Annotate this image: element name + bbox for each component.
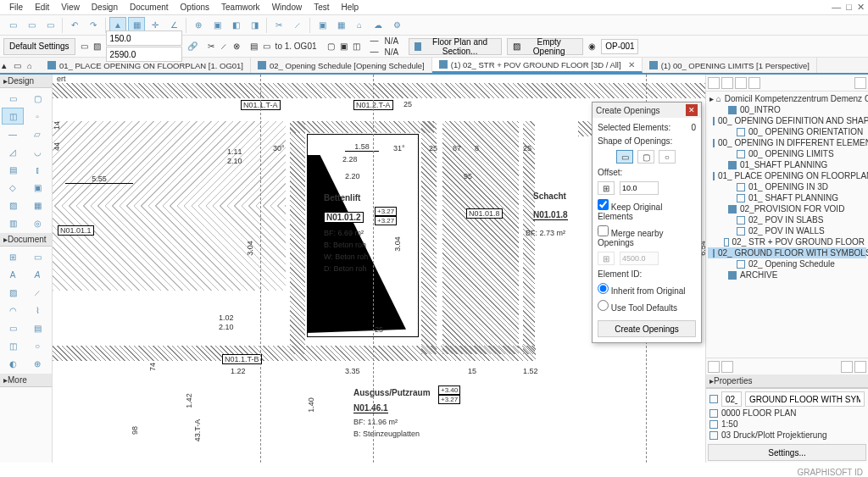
level-tool-icon[interactable]: A xyxy=(26,266,48,283)
stair-tool-icon[interactable]: ▤ xyxy=(2,161,24,178)
tree-node[interactable]: 02_PROVISION FOR VOID xyxy=(708,203,866,214)
tree-clone-icon[interactable] xyxy=(721,361,733,373)
menu-test[interactable]: Test xyxy=(308,3,335,12)
menu-design[interactable]: Design xyxy=(86,3,124,12)
tab-close-icon[interactable]: ✕ xyxy=(628,60,635,69)
shape-rect-icon[interactable]: ▭ xyxy=(616,150,633,164)
object-tool-icon[interactable]: ▣ xyxy=(26,179,48,196)
revolve-icon[interactable]: ⊗ xyxy=(233,42,240,51)
nav-options-icon[interactable] xyxy=(854,77,866,89)
maximize-icon[interactable]: □ xyxy=(846,2,852,13)
display-dropdown[interactable]: Floor Plan and Section... xyxy=(409,38,502,55)
prop-name-input[interactable] xyxy=(745,391,865,407)
keep-checkbox[interactable]: Keep Original Elements xyxy=(598,202,662,221)
defaults-radio[interactable]: Use Tool Defaults xyxy=(598,303,677,313)
window-controls[interactable]: — □ ✕ xyxy=(832,2,865,13)
fill-tool-icon[interactable]: ▨ xyxy=(2,284,24,301)
shell-tool-icon[interactable]: ◡ xyxy=(26,143,48,160)
merge-icon[interactable]: ▣ xyxy=(340,42,348,51)
morph-tool-icon[interactable]: ◇ xyxy=(2,179,24,196)
tree-new-icon[interactable] xyxy=(708,361,720,373)
merge-checkbox[interactable]: Merge nearby Openings xyxy=(598,229,663,247)
default-settings-button[interactable]: Default Settings xyxy=(3,38,75,55)
tree-node[interactable]: 02_ STR + POV GROUND FLOOR xyxy=(708,236,866,247)
nav-view-icon[interactable] xyxy=(721,77,733,89)
drawing-tool-icon[interactable]: ▤ xyxy=(26,319,48,336)
new-icon[interactable]: ▭ xyxy=(4,17,21,34)
nav-layout-icon[interactable] xyxy=(735,77,747,89)
tree-node[interactable]: 00_ OPENING LIMITS xyxy=(708,148,866,159)
tree-node[interactable]: 00_ OPENING DEFINITION AND SHAPE xyxy=(708,115,866,126)
opening-tool-icon[interactable]: ◎ xyxy=(26,214,48,231)
menu-help[interactable]: Help xyxy=(336,3,365,12)
tree-node[interactable]: 02_ Opening Schedule xyxy=(708,258,866,269)
story-icon[interactable]: ▭ xyxy=(263,42,270,51)
tree-folder-icon[interactable] xyxy=(841,361,853,373)
window-tool-icon[interactable]: ◫ xyxy=(2,108,24,125)
mesh-tool-icon[interactable]: ▦ xyxy=(26,197,48,214)
tree-node[interactable]: 01_ OPENING IN 3D xyxy=(708,181,866,192)
curtain-tool-icon[interactable]: ▥ xyxy=(2,214,24,231)
inherit-radio[interactable]: Inherit from Original xyxy=(598,286,686,296)
dialog-titlebar[interactable]: Create Openings ✕ xyxy=(593,103,701,118)
section-tool-icon[interactable]: ◫ xyxy=(2,337,24,354)
menu-teamwork[interactable]: Teamwork xyxy=(215,3,266,12)
width-input[interactable] xyxy=(106,31,182,46)
cut-icon[interactable]: ✂ xyxy=(208,42,214,51)
save-icon[interactable]: ▭ xyxy=(42,17,58,34)
menu-view[interactable]: View xyxy=(55,3,86,12)
zone-tool-icon[interactable]: ▨ xyxy=(2,197,24,214)
open-icon[interactable]: ▭ xyxy=(23,17,40,34)
anchor-icon[interactable]: ▤ xyxy=(250,42,258,51)
railing-tool-icon[interactable]: ⫿ xyxy=(26,161,48,178)
nav-publish-icon[interactable] xyxy=(748,77,760,89)
detail-tool-icon[interactable]: ○ xyxy=(26,337,48,354)
slab-tool-icon[interactable]: ▱ xyxy=(26,125,48,142)
tree-node[interactable]: 01_ SHAFT PLANNING xyxy=(708,192,866,203)
split-icon[interactable]: ◫ xyxy=(353,42,360,51)
arrow-tool-icon[interactable]: ▲ xyxy=(0,61,14,70)
material-icon[interactable]: ◉ xyxy=(588,42,596,51)
tree-node[interactable]: 00_ OPENING ORIENTATION xyxy=(708,126,866,137)
tab-schedule[interactable]: 02_ Opening Schedule [Opening Schedule] xyxy=(251,58,432,73)
tree-root[interactable]: ▸ ⌂Domicil Kompetenzzentrum Demenz Oberr… xyxy=(708,93,866,104)
tree-node[interactable]: 00_INTRO xyxy=(708,104,866,115)
nav-project-icon[interactable] xyxy=(708,77,720,89)
tree-node[interactable]: 01_ PLACE OPENING ON FLOORPLAN xyxy=(708,170,866,181)
menu-window[interactable]: Window xyxy=(266,3,309,12)
more-panel-header[interactable]: ▸ More xyxy=(0,374,52,387)
link-icon[interactable]: 🔗 xyxy=(187,42,198,51)
shape-rounded-icon[interactable]: ▢ xyxy=(637,150,654,164)
menu-file[interactable]: File xyxy=(3,3,29,12)
arc-tool-icon[interactable]: ◠ xyxy=(2,302,24,319)
offset-input[interactable] xyxy=(620,181,659,195)
tool-a-icon[interactable]: ◧ xyxy=(227,17,244,34)
3d-icon[interactable]: ▦ xyxy=(332,17,349,34)
marquee-icon[interactable]: ▭ xyxy=(14,61,27,70)
line-tool-icon[interactable]: ⟋ xyxy=(26,284,48,301)
menu-document[interactable]: Document xyxy=(124,3,175,12)
undo-icon[interactable]: ↶ xyxy=(66,17,83,34)
change-tool-icon[interactable]: ◐ xyxy=(2,355,24,372)
text-tool-icon[interactable]: ⊞ xyxy=(2,248,24,265)
wall-tool-icon[interactable]: ▭ xyxy=(2,90,24,107)
shape-circle-icon[interactable]: ○ xyxy=(659,150,676,164)
cloud-icon[interactable]: ☁ xyxy=(370,17,387,34)
zoom-icon[interactable]: ⊕ xyxy=(190,17,207,34)
settings-button[interactable]: Settings... xyxy=(708,444,866,461)
spline-tool-icon[interactable]: ▭ xyxy=(2,319,24,336)
ruler-icon[interactable]: ⟋ xyxy=(289,17,306,34)
home-view-icon[interactable]: ⌂ xyxy=(27,61,41,70)
grid-tool-icon[interactable]: ⊕ xyxy=(26,355,48,372)
tree-node[interactable]: 00_ OPENING IN DIFFERENT ELEMENT TYPES xyxy=(708,137,866,148)
extrude-icon[interactable]: ⟋ xyxy=(220,42,228,51)
tree-node[interactable]: 02_ POV IN SLABS xyxy=(708,214,866,225)
door-tool-icon[interactable]: ▢ xyxy=(26,90,48,107)
tab-perspective[interactable]: (1) 00_ OPENING LIMITS [1 Perspective] xyxy=(643,58,817,73)
prop-id-input[interactable] xyxy=(721,391,742,407)
redo-icon[interactable]: ↷ xyxy=(85,17,102,34)
document-panel-header[interactable]: ▸ Document xyxy=(0,233,52,247)
empty-opening-dropdown[interactable]: ▨ Empty Opening xyxy=(507,38,583,55)
tool-b-icon[interactable]: ◨ xyxy=(246,17,263,34)
create-openings-button[interactable]: Create Openings xyxy=(598,320,696,337)
